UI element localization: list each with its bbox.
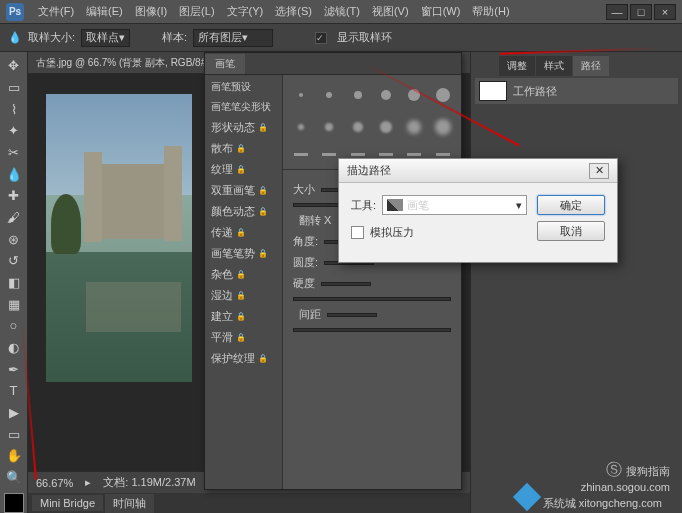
hardness-label: 硬度 [293, 276, 315, 291]
tab-mini-bridge[interactable]: Mini Bridge [32, 495, 103, 511]
move-tool[interactable]: ✥ [3, 56, 25, 76]
menu-image[interactable]: 图像(I) [129, 4, 173, 19]
show-sample-ring-label: 显示取样环 [337, 30, 392, 45]
hand-tool[interactable]: ✋ [3, 446, 25, 466]
sample-size-select[interactable]: 取样点 ▾ [81, 29, 130, 47]
texture-item[interactable]: 纹理🔒 [207, 159, 280, 180]
spacing-value[interactable] [327, 313, 377, 317]
menu-edit[interactable]: 编辑(E) [80, 4, 129, 19]
brush-panel: 画笔 画笔预设 画笔笔尖形状 形状动态🔒 散布🔒 纹理🔒 双重画笔🔒 颜色动态🔒… [204, 52, 462, 490]
menu-view[interactable]: 视图(V) [366, 4, 415, 19]
wet-edges-item[interactable]: 湿边🔒 [207, 285, 280, 306]
bottom-tabs: Mini Bridge 时间轴 [28, 493, 470, 513]
simulate-pressure-label: 模拟压力 [370, 225, 414, 240]
healing-tool[interactable]: ✚ [3, 186, 25, 206]
pen-tool[interactable]: ✒ [3, 359, 25, 379]
scattering-item[interactable]: 散布🔒 [207, 138, 280, 159]
path-item[interactable]: 工作路径 [475, 78, 678, 104]
path-thumbnail [479, 81, 507, 101]
canvas[interactable] [46, 94, 192, 382]
hardness-slider[interactable] [293, 297, 451, 301]
simulate-pressure-checkbox[interactable] [351, 226, 364, 239]
menu-filter[interactable]: 滤镜(T) [318, 4, 366, 19]
dialog-close-button[interactable]: ✕ [589, 163, 609, 179]
menu-help[interactable]: 帮助(H) [466, 4, 515, 19]
tab-styles[interactable]: 样式 [536, 56, 572, 76]
app-logo: Ps [6, 3, 24, 21]
menu-window[interactable]: 窗口(W) [415, 4, 467, 19]
eyedropper-tool[interactable]: 💧 [3, 164, 25, 184]
stroke-path-dialog: 描边路径 ✕ 工具: 画笔 ▾ 模拟压力 确定 取消 [338, 158, 618, 263]
doc-info: 1.19M/2.37M [131, 476, 195, 488]
smoothing-item[interactable]: 平滑🔒 [207, 327, 280, 348]
noise-item[interactable]: 杂色🔒 [207, 264, 280, 285]
chevron-down-icon: ▾ [516, 199, 522, 212]
options-bar: 💧 取样大小: 取样点 ▾ 样本: 所有图层 ▾ 显示取样环 [0, 24, 682, 52]
path-select-tool[interactable]: ▶ [3, 403, 25, 423]
brush-tip-shape-item[interactable]: 画笔笔尖形状 [207, 97, 280, 117]
tools-panel: ✥ ▭ ⌇ ✦ ✂ 💧 ✚ 🖌 ⊛ ↺ ◧ ▦ ○ ◐ ✒ T ▶ ▭ ✋ 🔍 [0, 52, 28, 513]
menu-layer[interactable]: 图层(L) [173, 4, 220, 19]
brush-panel-tab[interactable]: 画笔 [205, 54, 245, 74]
menu-file[interactable]: 文件(F) [32, 4, 80, 19]
foreground-color-swatch[interactable] [4, 493, 24, 513]
type-tool[interactable]: T [3, 381, 25, 401]
path-name: 工作路径 [513, 84, 557, 99]
dialog-title: 描边路径 [347, 163, 589, 178]
marquee-tool[interactable]: ▭ [3, 78, 25, 98]
roundness-label: 圆度: [293, 255, 318, 270]
blur-tool[interactable]: ○ [3, 316, 25, 336]
dual-brush-item[interactable]: 双重画笔🔒 [207, 180, 280, 201]
tab-paths[interactable]: 路径 [573, 56, 609, 76]
eraser-tool[interactable]: ◧ [3, 273, 25, 293]
protect-texture-item[interactable]: 保护纹理🔒 [207, 348, 280, 369]
dodge-tool[interactable]: ◐ [3, 338, 25, 358]
menu-type[interactable]: 文字(Y) [221, 4, 270, 19]
crop-tool[interactable]: ✂ [3, 143, 25, 163]
brush-icon [387, 199, 403, 211]
hardness-value[interactable] [321, 282, 371, 286]
close-button[interactable]: × [654, 4, 676, 20]
spacing-slider[interactable] [293, 328, 451, 332]
shape-dynamics-item[interactable]: 形状动态🔒 [207, 117, 280, 138]
show-sample-ring-checkbox[interactable] [315, 32, 327, 44]
tool-label: 工具: [351, 198, 376, 213]
stamp-tool[interactable]: ⊛ [3, 229, 25, 249]
minimize-button[interactable]: — [606, 4, 628, 20]
sample-layers-select[interactable]: 所有图层 ▾ [193, 29, 273, 47]
size-label: 大小 [293, 182, 315, 197]
zoom-level[interactable]: 66.67% [36, 477, 73, 489]
brush-tool[interactable]: 🖌 [3, 208, 25, 228]
watermark-2: 系统城 xitongcheng.com [517, 487, 662, 511]
wand-tool[interactable]: ✦ [3, 121, 25, 141]
shape-tool[interactable]: ▭ [3, 424, 25, 444]
sample-size-label: 取样大小: [28, 30, 75, 45]
tab-timeline[interactable]: 时间轴 [105, 494, 154, 513]
right-panel-area: 调整 样式 路径 工作路径 [470, 52, 682, 513]
brush-pose-item[interactable]: 画笔笔势🔒 [207, 243, 280, 264]
brush-tip-grid[interactable] [283, 75, 461, 170]
menu-bar: Ps 文件(F) 编辑(E) 图像(I) 图层(L) 文字(Y) 选择(S) 滤… [0, 0, 682, 24]
tab-adjustments[interactable]: 调整 [499, 56, 535, 76]
angle-label: 角度: [293, 234, 318, 249]
lasso-tool[interactable]: ⌇ [3, 99, 25, 119]
history-brush-tool[interactable]: ↺ [3, 251, 25, 271]
color-dynamics-item[interactable]: 颜色动态🔒 [207, 201, 280, 222]
transfer-item[interactable]: 传递🔒 [207, 222, 280, 243]
tool-select[interactable]: 画笔 ▾ [382, 195, 527, 215]
ok-button[interactable]: 确定 [537, 195, 605, 215]
menu-select[interactable]: 选择(S) [269, 4, 318, 19]
cancel-button[interactable]: 取消 [537, 221, 605, 241]
sample-label: 样本: [162, 30, 187, 45]
gradient-tool[interactable]: ▦ [3, 294, 25, 314]
eyedropper-icon: 💧 [8, 31, 22, 44]
brush-options-list: 画笔预设 画笔笔尖形状 形状动态🔒 散布🔒 纹理🔒 双重画笔🔒 颜色动态🔒 传递… [205, 75, 283, 489]
brush-presets-item[interactable]: 画笔预设 [207, 77, 280, 97]
buildup-item[interactable]: 建立🔒 [207, 306, 280, 327]
maximize-button[interactable]: □ [630, 4, 652, 20]
zoom-tool[interactable]: 🔍 [3, 468, 25, 488]
